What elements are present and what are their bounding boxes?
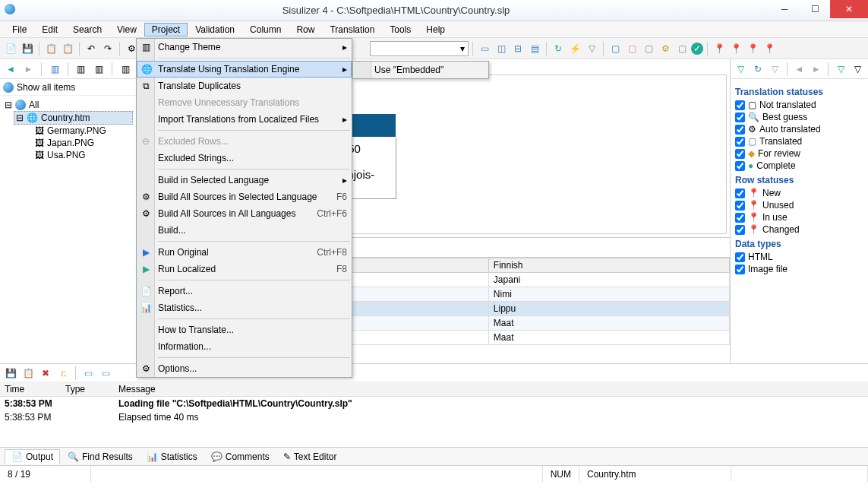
tree-root[interactable]: ⊟ All	[3, 99, 133, 111]
pin2-icon[interactable]: 📍	[728, 41, 743, 56]
layout1-icon[interactable]: ▭	[477, 41, 492, 56]
undo-icon[interactable]: ↶	[84, 41, 99, 56]
menu-information[interactable]: Information...	[137, 338, 352, 355]
chk-unused[interactable]: 📍Unused	[735, 199, 863, 211]
menu-tools[interactable]: Tools	[382, 23, 418, 36]
menu-import-translations[interactable]: Import Translations from Localized Files…	[137, 111, 352, 128]
menu-project[interactable]: Project	[144, 23, 188, 36]
menu-view[interactable]: View	[109, 23, 144, 36]
copy-icon[interactable]: 📋	[43, 41, 58, 56]
menu-options[interactable]: ⚙Options...	[137, 360, 352, 377]
rf-fwd-icon[interactable]: ►	[809, 62, 823, 77]
menu-report[interactable]: 📄Report...	[137, 283, 352, 299]
chk-changed[interactable]: 📍Changed	[735, 223, 863, 236]
menu-file[interactable]: File	[5, 23, 34, 36]
box1-icon[interactable]: ▢	[608, 41, 623, 56]
forward-icon[interactable]: ►	[21, 62, 36, 77]
lightning-icon[interactable]: ⚡	[567, 41, 582, 56]
chk-best-guess[interactable]: 🔍Best guess	[735, 111, 863, 123]
chk-not-translated[interactable]: ▢Not translated	[735, 99, 863, 111]
chk-translated[interactable]: ▢Translated	[735, 135, 863, 147]
col-finnish[interactable]: Finnish	[488, 258, 729, 273]
new-icon[interactable]: 📄	[3, 41, 18, 56]
box2-icon[interactable]: ▢	[624, 41, 639, 56]
menu-translation[interactable]: Translation	[322, 23, 382, 36]
log-clear-icon[interactable]: ⎌	[55, 366, 71, 381]
menu-build-all-sources-all[interactable]: ⚙Build All Sources in All LanguagesCtrl+…	[137, 205, 352, 222]
tree-item-usa[interactable]: 🖼Usa.PNG	[33, 149, 133, 161]
tree-item-country[interactable]: ⊟🌐 Country.htm	[14, 111, 133, 125]
rf3-icon[interactable]: ▽	[768, 62, 782, 77]
box4-icon[interactable]: ▢	[674, 41, 690, 56]
log-row[interactable]: 5:38:53 PMElapsed time 40 ms	[0, 410, 868, 424]
language-combo[interactable]: ▾	[370, 41, 469, 56]
menu-translate-using-engine[interactable]: 🌐Translate Using Translation Engine▸	[137, 61, 352, 78]
paste-icon[interactable]: 📋	[60, 41, 75, 56]
menu-use-embedded[interactable]: Use "Embedded"	[353, 62, 488, 78]
menu-edit[interactable]: Edit	[34, 23, 65, 36]
menu-excluded-strings[interactable]: Excluded Strings...	[137, 150, 352, 166]
menu-column[interactable]: Column	[242, 23, 289, 36]
log-delete-icon[interactable]: ✖	[38, 366, 53, 381]
tree2-icon[interactable]: ▥	[74, 62, 89, 77]
menu-how-to-translate[interactable]: How to Translate...	[137, 322, 352, 338]
pin4-icon[interactable]: 📍	[762, 41, 777, 56]
gear-icon[interactable]: ⚙	[658, 41, 673, 56]
chk-auto-translated[interactable]: ⚙Auto translated	[735, 123, 863, 135]
tab-comments[interactable]: 💬Comments	[205, 450, 276, 464]
layout4-icon[interactable]: ▤	[527, 41, 542, 56]
layout3-icon[interactable]: ⊟	[510, 41, 526, 56]
menu-build-all-sources-selected[interactable]: ⚙Build All Sources in Selected LanguageF…	[137, 188, 352, 205]
rf4-icon[interactable]: ▽	[833, 62, 847, 77]
pin3-icon[interactable]: 📍	[745, 41, 760, 56]
tree4-icon[interactable]: ▥	[118, 62, 133, 77]
log-l2-icon[interactable]: ▭	[98, 366, 113, 381]
log-l1-icon[interactable]: ▭	[80, 366, 96, 381]
tab-text-editor[interactable]: ✎Text Editor	[277, 450, 343, 464]
menu-validation[interactable]: Validation	[188, 23, 242, 36]
log-copy-icon[interactable]: 📋	[21, 366, 36, 381]
rf2-icon[interactable]: ↻	[750, 62, 765, 77]
menu-help[interactable]: Help	[418, 23, 453, 36]
maximize-button[interactable]: ☐	[800, 0, 830, 18]
menu-build-selected-lang[interactable]: Build in Selected Language▸	[137, 172, 352, 188]
chk-new[interactable]: 📍New	[735, 187, 863, 199]
tree1-icon[interactable]: ▥	[47, 62, 62, 77]
chk-for-review[interactable]: ◆For review	[735, 147, 863, 160]
layout2-icon[interactable]: ◫	[494, 41, 509, 56]
box3-icon[interactable]: ▢	[641, 41, 656, 56]
menu-change-theme[interactable]: ▥Change Theme▸	[137, 39, 352, 55]
menu-row[interactable]: Row	[289, 23, 322, 36]
rf1-icon[interactable]: ▽	[734, 62, 748, 77]
show-all-items[interactable]: Show all items	[0, 79, 136, 96]
menu-run-original[interactable]: ▶Run OriginalCtrl+F8	[137, 244, 352, 261]
chk-complete[interactable]: ●Complete	[735, 160, 863, 172]
minimize-button[interactable]: ─	[769, 0, 800, 18]
log-save-icon[interactable]: 💾	[3, 366, 18, 381]
tab-find-results[interactable]: 🔍Find Results	[62, 450, 139, 464]
chk-html[interactable]: HTML	[735, 251, 863, 263]
check-icon[interactable]: ✓	[691, 43, 703, 55]
tab-statistics[interactable]: 📊Statistics	[140, 450, 204, 464]
tree-item-germany[interactable]: 🖼Germany.PNG	[33, 125, 133, 137]
save-icon[interactable]: 💾	[20, 41, 35, 56]
menu-translate-duplicates[interactable]: ⧉Translate Duplicates	[137, 78, 352, 94]
close-button[interactable]: ✕	[830, 0, 868, 18]
tree3-icon[interactable]: ▥	[92, 62, 107, 77]
chk-in-use[interactable]: 📍In use	[735, 211, 863, 223]
rf-back-icon[interactable]: ◄	[792, 62, 806, 77]
menu-statistics[interactable]: 📊Statistics...	[137, 299, 352, 316]
menu-search[interactable]: Search	[65, 23, 109, 36]
refresh-icon[interactable]: ↻	[551, 41, 566, 56]
rf5-icon[interactable]: ▽	[851, 62, 865, 77]
filter-icon[interactable]: ▽	[584, 41, 599, 56]
tab-output[interactable]: 📄Output	[5, 449, 60, 464]
pin1-icon[interactable]: 📍	[712, 41, 727, 56]
redo-icon[interactable]: ↷	[100, 41, 115, 56]
back-icon[interactable]: ◄	[3, 62, 18, 77]
menu-build[interactable]: Build...	[137, 222, 352, 239]
tree-item-japan[interactable]: 🖼Japan.PNG	[33, 137, 133, 149]
chk-image-file[interactable]: Image file	[735, 263, 863, 275]
log-row[interactable]: 5:38:53 PMLoading file "C:\Softpedia\HTM…	[0, 397, 868, 410]
menu-run-localized[interactable]: ▶Run LocalizedF8	[137, 261, 352, 277]
